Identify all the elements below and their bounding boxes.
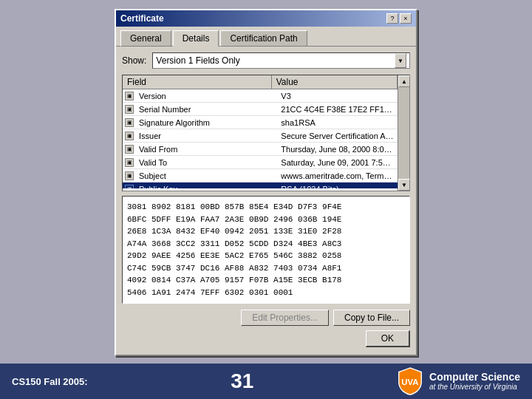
field-icon-box: ▣: [125, 171, 134, 180]
field-icon-box: ▣: [125, 105, 134, 114]
field-value: RSA (1024 Bits): [278, 183, 398, 189]
hex-data-area: 3081 8902 8181 00BD 857B 85E4 E34D D7F3 …: [122, 196, 410, 304]
row-icon: ▣: [123, 145, 136, 154]
row-icon: ▣: [123, 118, 136, 127]
dialog-content: Show: Version 1 Fields Only ▼ Field Valu…: [116, 46, 416, 355]
row-icon: ▣: [123, 158, 136, 167]
show-dropdown-arrow[interactable]: ▼: [395, 53, 406, 68]
table-row[interactable]: ▣ Signature Algorithm sha1RSA: [123, 116, 398, 129]
dialog-title: Certificate: [120, 13, 164, 24]
action-buttons-row: Edit Properties... Copy to File...: [122, 310, 410, 326]
copy-to-file-button[interactable]: Copy to File...: [333, 310, 410, 326]
header-field: Field: [123, 75, 272, 89]
show-select-value: Version 1 Fields Only: [156, 55, 395, 66]
table-row[interactable]: ▣ Issuer Secure Server Certification Aut…: [123, 129, 398, 143]
close-button[interactable]: ×: [400, 13, 412, 24]
row-icon: ▣: [123, 171, 136, 180]
tab-general[interactable]: General: [120, 30, 171, 47]
scroll-down-button[interactable]: ▼: [398, 179, 410, 191]
help-button[interactable]: ?: [386, 13, 398, 24]
scroll-track: [398, 87, 409, 179]
slide-number: 31: [231, 369, 253, 393]
edit-properties-button[interactable]: Edit Properties...: [241, 310, 329, 326]
tab-bar: General Details Certification Path: [116, 27, 416, 46]
hex-data-text: 3081 8902 8181 00BD 857B 85E4 E34D D7F3 …: [127, 202, 341, 297]
certificate-dialog: Certificate ? × General Details Certific…: [115, 9, 417, 356]
field-name: Public Key: [136, 183, 278, 189]
table-row[interactable]: ▣ Public Key RSA (1024 Bits): [123, 183, 398, 188]
ok-row: OK: [122, 330, 410, 347]
field-name: Signature Algorithm: [136, 117, 278, 129]
field-value: Saturday, June 09, 2001 7:59:5...: [278, 157, 398, 168]
course-label: CS150 Fall 2005:: [12, 376, 88, 387]
field-value: Thursday, June 08, 2000 8:00:...: [278, 143, 398, 155]
tab-details[interactable]: Details: [173, 30, 219, 47]
field-icon-box: ▣: [125, 185, 134, 189]
field-name: Subject: [136, 170, 278, 182]
show-select[interactable]: Version 1 Fields Only ▼: [152, 52, 410, 69]
field-value: 21CC 4C4E F38E 17E2 FF1B 2...: [278, 103, 398, 115]
field-icon-box: ▣: [125, 118, 134, 127]
scroll-up-button[interactable]: ▲: [398, 75, 410, 87]
university-shield-icon: UVA: [397, 366, 423, 396]
table-row[interactable]: ▣ Subject wwws.ameritrade.com, Terms o..…: [123, 169, 398, 183]
tab-certification-path[interactable]: Certification Path: [220, 30, 307, 47]
fields-rows: ▣ Version V3 ▣ Serial Number 21CC 4C4E F…: [123, 89, 398, 188]
table-row[interactable]: ▣ Valid To Saturday, June 09, 2001 7:59:…: [123, 156, 398, 169]
logo-line1: Computer Science: [429, 371, 520, 383]
table-row[interactable]: ▣ Version V3: [123, 89, 398, 103]
table-row[interactable]: ▣ Serial Number 21CC 4C4E F38E 17E2 FF1B…: [123, 103, 398, 116]
show-row: Show: Version 1 Fields Only ▼: [122, 52, 410, 69]
field-value: wwws.ameritrade.com, Terms o...: [278, 170, 398, 182]
field-name: Issuer: [136, 130, 278, 142]
field-name: Version: [136, 90, 278, 102]
row-icon: ▣: [123, 105, 136, 114]
page-background: Certificate ? × General Details Certific…: [0, 0, 532, 399]
fields-table-wrapper: Field Value ▣ Version V3 ▣ Serial Num: [122, 75, 410, 191]
field-value: V3: [278, 90, 398, 102]
fields-table-header: Field Value: [123, 75, 398, 89]
field-name: Valid From: [136, 143, 278, 155]
title-bar-controls: ? ×: [386, 13, 412, 24]
field-value: Secure Server Certification Aut...: [278, 130, 398, 142]
scrollbar: ▲ ▼: [398, 75, 409, 191]
title-bar: Certificate ? ×: [116, 10, 416, 27]
logo: UVA Computer Science at the University o…: [397, 366, 520, 396]
field-name: Serial Number: [136, 103, 278, 115]
show-label: Show:: [122, 55, 146, 66]
header-value: Value: [272, 75, 398, 89]
table-row[interactable]: ▣ Valid From Thursday, June 08, 2000 8:0…: [123, 143, 398, 156]
svg-text:UVA: UVA: [401, 378, 418, 386]
field-name: Valid To: [136, 157, 278, 168]
field-icon-box: ▣: [125, 132, 134, 140]
bottom-bar: CS150 Fall 2005: 31 UVA Computer Science…: [0, 364, 532, 399]
ok-button[interactable]: OK: [366, 330, 410, 347]
row-icon: ▣: [123, 132, 136, 140]
row-icon: ▣: [123, 92, 136, 100]
field-value: sha1RSA: [278, 117, 398, 129]
field-icon-box: ▣: [125, 145, 134, 154]
field-icon-box: ▣: [125, 92, 134, 100]
row-icon: ▣: [123, 185, 136, 189]
logo-text: Computer Science at the University of Vi…: [429, 371, 520, 392]
logo-line2: at the University of Virginia: [429, 383, 520, 392]
field-icon-box: ▣: [125, 158, 134, 167]
fields-table: Field Value ▣ Version V3 ▣ Serial Num: [123, 75, 398, 191]
